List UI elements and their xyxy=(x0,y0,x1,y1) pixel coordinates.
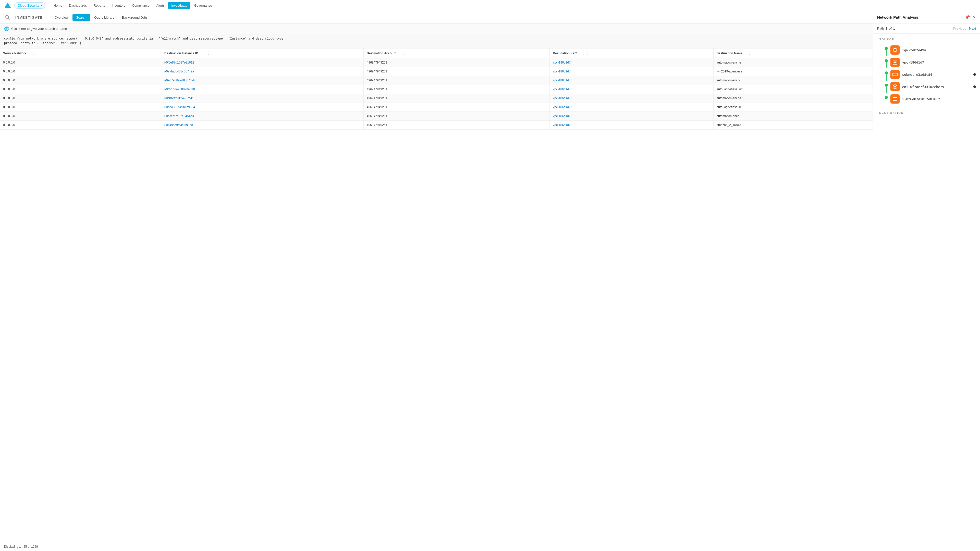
path-of: of xyxy=(889,27,892,30)
cell-source-network: 0.0.0.0/0 xyxy=(0,76,161,85)
drag-icon-dest-account[interactable]: ⋮⋮ xyxy=(401,51,409,55)
content-vpc: vpc-186d1d7f xyxy=(891,56,976,68)
left-panel: INVESTIGATE Overview Search Query Librar… xyxy=(0,11,873,551)
close-icon[interactable]: ✕ xyxy=(973,15,976,20)
pin-icon[interactable]: 📌 xyxy=(965,15,970,20)
icon-igw xyxy=(891,45,900,55)
node-eni: eni-0f7ae7f3310cebe79 xyxy=(882,81,976,93)
icon-subnet xyxy=(891,70,900,79)
connector-vpc xyxy=(882,56,891,68)
cell-dest-instance-id[interactable]: i-0ef4a5b408c0b749a xyxy=(161,67,363,76)
cell-dest-name: auto_agnetless_ub xyxy=(713,85,873,94)
nav-compliance[interactable]: Compliance xyxy=(129,2,153,9)
cell-dest-instance-id[interactable]: i-0ed7e38a2d8b07d2b xyxy=(161,76,363,85)
drag-icon-source[interactable]: ⋮⋮ xyxy=(32,51,38,55)
cell-dest-instance-id[interactable]: i-0f6e87d1017e81612 xyxy=(161,58,363,67)
query-box[interactable]: config from network where source.network… xyxy=(0,34,873,48)
table-row: 0.0.0.0/0i-0ef4a5b408c0b749a496947949261… xyxy=(0,67,873,76)
tab-search[interactable]: Search xyxy=(73,14,90,21)
cell-dest-vpc[interactable]: vpc-186d1d7f xyxy=(550,67,713,76)
table-header-row: Source Network ↕ ⋮⋮ Destination Instance… xyxy=(0,48,873,58)
cell-dest-vpc[interactable]: vpc-186d1d7f xyxy=(550,103,713,112)
cell-dest-account: 496947949261 xyxy=(364,67,550,76)
vpc-label: vpc-186d1d7f xyxy=(902,60,926,64)
right-panel-header: Network Path Analysis 📌 ✕ xyxy=(873,11,980,24)
cell-dest-instance-id[interactable]: i-0c51dda230873a698 xyxy=(161,85,363,94)
icon-eni xyxy=(891,82,900,91)
main-area: INVESTIGATE Overview Search Query Librar… xyxy=(0,11,980,551)
svg-rect-11 xyxy=(893,73,897,76)
nav-home[interactable]: Home xyxy=(51,2,65,9)
drag-icon-dest-instance[interactable]: ⋮⋮ xyxy=(203,51,210,55)
drag-icon-dest-vpc[interactable]: ⋮⋮ xyxy=(582,51,589,55)
cell-dest-name: auto_agnetless_re xyxy=(713,103,873,112)
cell-dest-vpc[interactable]: vpc-186d1d7f xyxy=(550,94,713,103)
table-row: 0.0.0.0/0i-0bcedf7c37e2454e3496947949261… xyxy=(0,112,873,121)
cell-dest-vpc[interactable]: vpc-186d1d7f xyxy=(550,58,713,67)
tab-overview[interactable]: Overview xyxy=(51,14,72,21)
cell-dest-vpc[interactable]: vpc-186d1d7f xyxy=(550,85,713,94)
sort-icon-dest-instance[interactable]: ↕ xyxy=(200,52,201,55)
icon-instance xyxy=(891,94,900,103)
tab-query-library[interactable]: Query Library xyxy=(91,14,118,21)
right-panel-title: Network Path Analysis xyxy=(877,15,918,19)
header-icons: 📌 ✕ xyxy=(965,15,976,20)
sort-icon-source[interactable]: ↕ xyxy=(28,52,30,55)
nav-reports[interactable]: Reports xyxy=(90,2,108,9)
content-eni: eni-0f7ae7f3310cebe79 xyxy=(891,81,976,93)
table-row: 0.0.0.0/0i-0b49ce9cf3efd995c496947949261… xyxy=(0,121,873,130)
next-button[interactable]: Next xyxy=(969,27,976,30)
cell-dest-instance-id[interactable]: i-0bda881b49b1b9534 xyxy=(161,103,363,112)
connector-eni xyxy=(882,81,891,93)
eni-extra xyxy=(974,86,976,88)
dot-igw xyxy=(885,47,888,50)
nav-governance[interactable]: Governance xyxy=(191,2,215,9)
brand-label: Cloud Security xyxy=(18,3,39,7)
cell-dest-account: 496947949261 xyxy=(364,76,550,85)
dot-eni xyxy=(885,84,888,87)
brand-chevron: ▾ xyxy=(41,4,42,7)
connector-igw xyxy=(882,44,891,56)
table-row: 0.0.0.0/0i-0bda881b49b1b9534496947949261… xyxy=(0,103,873,112)
path-total: 1 xyxy=(893,27,895,30)
nav-dashboards[interactable]: Dashboards xyxy=(66,2,90,9)
table-row: 0.0.0.0/0i-0f6e87d1017e81612496947949261… xyxy=(0,58,873,67)
cell-dest-vpc[interactable]: vpc-186d1d7f xyxy=(550,76,713,85)
nav-items: Home Dashboards Reports Inventory Compli… xyxy=(51,2,215,9)
right-panel: Network Path Analysis 📌 ✕ Path 1 of 1 Pr… xyxy=(873,11,980,551)
line-eni xyxy=(886,87,886,93)
content-instance: i-0f6e87d1017e81612 xyxy=(891,93,976,105)
cell-dest-instance-id[interactable]: i-0c0bfe28124967c41 xyxy=(161,94,363,103)
cell-dest-vpc[interactable]: vpc-186d1d7f xyxy=(550,121,713,130)
previous-button[interactable]: Previous xyxy=(953,27,966,30)
path-info: Path 1 of 1 xyxy=(877,27,895,30)
brand-button[interactable]: Cloud Security ▾ xyxy=(14,2,45,9)
results-table: Source Network ↕ ⋮⋮ Destination Instance… xyxy=(0,48,873,130)
sort-icon-dest-account[interactable]: ↕ xyxy=(398,52,400,55)
col-dest-account: Destination Account ↕ ⋮⋮ xyxy=(364,48,550,58)
tab-background-jobs[interactable]: Background Jobs xyxy=(118,14,151,21)
display-count: Displaying 1 - 25 of 1229 xyxy=(4,545,38,548)
search-name-bar[interactable]: 🌐 Click here to give your search a name xyxy=(0,24,873,34)
cell-dest-instance-id[interactable]: i-0bcedf7c37e2454e3 xyxy=(161,112,363,121)
col-dest-vpc: Destination VPC ↕ ⋮⋮ xyxy=(550,48,713,58)
nav-inventory[interactable]: Inventory xyxy=(109,2,128,9)
cell-dest-instance-id[interactable]: i-0b49ce9cf3efd995c xyxy=(161,121,363,130)
nav-investigate[interactable]: Investigate xyxy=(168,2,190,9)
eni-label: eni-0f7ae7f3310cebe79 xyxy=(902,85,944,89)
cell-dest-vpc[interactable]: vpc-186d1d7f xyxy=(550,112,713,121)
globe-icon: 🌐 xyxy=(4,26,9,31)
col-dest-name: Destination Name ⋮⋮ xyxy=(713,48,873,58)
cell-dest-account: 496947949261 xyxy=(364,103,550,112)
search-icon xyxy=(4,14,11,21)
drag-icon-dest-name[interactable]: ⋮⋮ xyxy=(744,51,751,55)
table-area[interactable]: Source Network ↕ ⋮⋮ Destination Instance… xyxy=(0,48,873,542)
destination-label: DESTINATION xyxy=(877,111,976,114)
cell-dest-name: automation-encr-s xyxy=(713,58,873,67)
nav-alerts[interactable]: Alerts xyxy=(153,2,168,9)
cell-dest-account: 496947949261 xyxy=(364,94,550,103)
table-row: 0.0.0.0/0i-0c0bfe28124967c41496947949261… xyxy=(0,94,873,103)
sort-icon-dest-vpc[interactable]: ↕ xyxy=(579,52,580,55)
investigate-title: INVESTIGATE xyxy=(15,16,43,19)
line-igw xyxy=(886,50,886,56)
